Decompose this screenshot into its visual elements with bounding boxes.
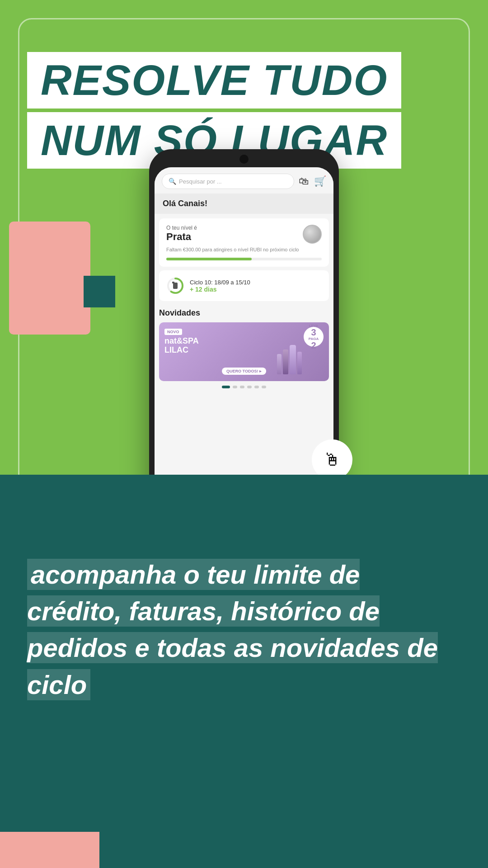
dot-6[interactable] (262, 386, 266, 388)
level-subtitle: Faltam €300.00 para atingires o nível RU… (166, 246, 322, 253)
progress-bar-wrap (166, 258, 322, 260)
topbar-icons: 🛍 🛒 (299, 175, 326, 187)
progress-bar-fill (166, 258, 252, 260)
phone-screen: 🔍 Pesquisar por ... 🛍 🛒 Olá Canais! (155, 167, 333, 511)
top-section: RESOLVE TUDO NUM SÓ LUGAR 🔍 Pesquisar po… (0, 0, 488, 475)
screen-topbar: 🔍 Pesquisar por ... 🛍 🛒 (155, 167, 333, 193)
product-4 (297, 352, 302, 374)
novidades-section: Novidades NOVO nat&SPA LILAC (155, 301, 333, 392)
badge-num2: 2 (311, 341, 316, 350)
badge-num3: 3 (311, 328, 316, 337)
cursor-icon: 🖱 (324, 450, 341, 470)
svg-rect-3 (172, 282, 174, 283)
level-name: Prata (166, 231, 197, 243)
phone-mockup: 🔍 Pesquisar por ... 🛍 🛒 Olá Canais! (149, 149, 339, 516)
banner-promo-badge: LEVA 3 PAGA 2 (304, 327, 324, 347)
dot-2[interactable] (233, 386, 237, 388)
product-3 (290, 345, 296, 374)
bottom-section: acompanha o teu limite de crédito, fatur… (0, 475, 488, 868)
cycle-info: Ciclo 10: 18/09 a 15/10 + 12 dias (190, 279, 250, 293)
novidades-title: Novidades (159, 308, 329, 318)
dot-1[interactable] (222, 386, 230, 388)
level-info: O teu nível é Prata (166, 225, 197, 243)
cart-icon[interactable]: 🛒 (314, 175, 326, 187)
banner-brand: nat&SPA LILAC (164, 337, 199, 355)
wishlist-icon[interactable]: 🛍 (299, 175, 309, 187)
dot-4[interactable] (247, 386, 252, 388)
greeting-text: Olá Canais! (163, 199, 325, 208)
search-icon: 🔍 (169, 178, 176, 185)
hello-section: Olá Canais! (155, 193, 333, 214)
bottom-text-area: acompanha o teu limite de crédito, fatur… (27, 556, 461, 703)
cycle-card: Ciclo 10: 18/09 a 15/10 + 12 dias (159, 270, 329, 301)
level-label: O teu nível é (166, 225, 197, 231)
banner-text-left: NOVO nat&SPA LILAC (164, 327, 199, 355)
dot-3[interactable] (240, 386, 244, 388)
product-1 (277, 354, 282, 374)
banner-novo-badge: NOVO (164, 329, 182, 335)
search-placeholder: Pesquisar por ... (179, 178, 222, 185)
bottom-text: acompanha o teu limite de crédito, fatur… (27, 559, 438, 700)
headline-line1: RESOLVE TUDO (27, 52, 401, 108)
level-card: O teu nível é Prata Faltam €300.00 para … (159, 218, 329, 267)
cursor-circle: 🖱 (312, 439, 352, 480)
svg-rect-2 (173, 283, 178, 289)
cycle-progress-icon (166, 277, 184, 295)
novidades-banner[interactable]: NOVO nat&SPA LILAC (159, 322, 329, 381)
dot-5[interactable] (254, 386, 259, 388)
deco-teal-square (84, 276, 115, 307)
deco-pink-bottom (0, 832, 99, 868)
product-images (277, 345, 302, 374)
banner-button[interactable]: QUERO TODOS! ▸ (222, 368, 266, 375)
phone-outer: 🔍 Pesquisar por ... 🛍 🛒 Olá Canais! (149, 149, 339, 516)
phone-notch (239, 155, 249, 164)
level-header: O teu nível é Prata (166, 225, 322, 244)
product-2 (283, 349, 288, 374)
level-badge-icon (303, 225, 322, 244)
deco-pink-rect (9, 222, 90, 335)
search-box[interactable]: 🔍 Pesquisar por ... (162, 174, 294, 189)
carousel-dots (159, 386, 329, 388)
cycle-days: + 12 dias (190, 286, 250, 293)
cycle-dates: Ciclo 10: 18/09 a 15/10 (190, 279, 250, 286)
